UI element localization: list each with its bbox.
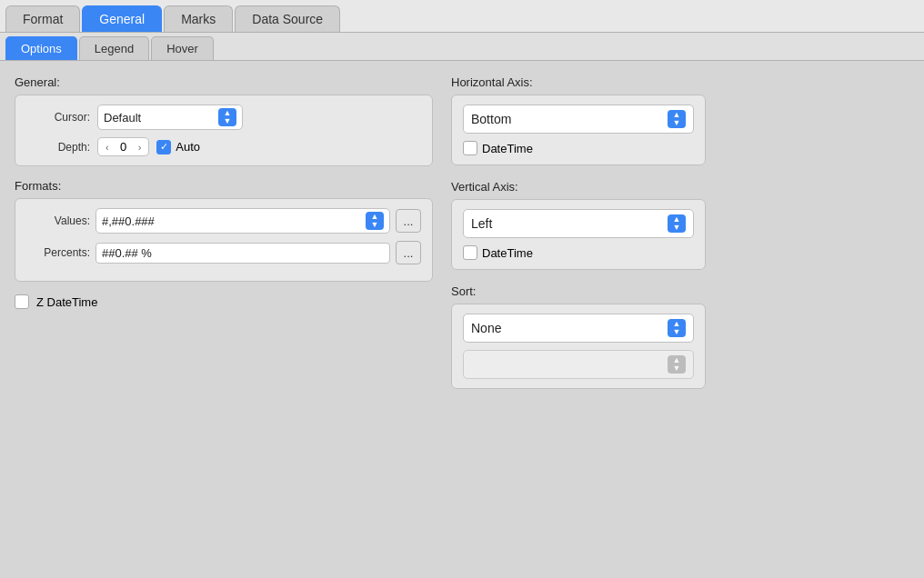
sort-box: None ▲ ▼ ▲ ▼ xyxy=(451,304,706,389)
auto-label: Auto xyxy=(176,140,200,154)
sort-sub-dropdown-arrow: ▲ ▼ xyxy=(668,355,686,374)
general-label: General: xyxy=(15,75,433,89)
vertical-datetime-container[interactable]: DateTime xyxy=(463,245,694,260)
sort-value: None xyxy=(471,321,664,335)
auto-checkbox-container[interactable]: Auto xyxy=(156,140,200,154)
vertical-axis-box: Left ▲ ▼ DateTime xyxy=(451,199,706,270)
horizontal-datetime-checkbox[interactable] xyxy=(463,141,477,155)
depth-value: 0 xyxy=(115,140,133,154)
main-content: General: Cursor: Default ▲ ▼ Depth: ‹ 0 xyxy=(0,61,924,559)
vertical-axis-section: Vertical Axis: Left ▲ ▼ DateTime xyxy=(451,180,706,270)
z-datetime-checkbox[interactable] xyxy=(15,294,29,309)
horizontal-dropdown-arrow: ▲ ▼ xyxy=(668,110,686,128)
percents-label: Percents: xyxy=(26,246,90,259)
depth-decrement[interactable]: ‹ xyxy=(104,142,111,153)
z-datetime-row: Z DateTime xyxy=(15,294,433,309)
sort-label: Sort: xyxy=(451,284,706,298)
vertical-axis-value: Left xyxy=(471,216,664,231)
formats-section: Values: #,##0.### ▲ ▼ ... Percents: ##0.… xyxy=(15,198,433,282)
tab-marks[interactable]: Marks xyxy=(164,5,233,32)
cursor-row: Cursor: Default ▲ ▼ xyxy=(26,105,421,130)
depth-increment[interactable]: › xyxy=(136,142,144,153)
percents-format-input[interactable]: ##0.## % xyxy=(95,243,390,264)
cursor-label: Cursor: xyxy=(26,111,90,124)
right-panel: Horizontal Axis: Bottom ▲ ▼ DateTime Ver… xyxy=(451,75,706,544)
vertical-dropdown-arrow: ▲ ▼ xyxy=(668,214,686,233)
percents-row: Percents: ##0.## % ... xyxy=(26,241,421,264)
z-datetime-label: Z DateTime xyxy=(36,295,97,309)
sort-sub-dropdown[interactable]: ▲ ▼ xyxy=(463,350,694,379)
general-section: Cursor: Default ▲ ▼ Depth: ‹ 0 › xyxy=(15,95,433,166)
tab-options[interactable]: Options xyxy=(5,36,77,60)
horizontal-axis-label: Horizontal Axis: xyxy=(451,75,706,89)
vertical-axis-label: Vertical Axis: xyxy=(451,180,706,194)
values-format-dropdown[interactable]: #,##0.### ▲ ▼ xyxy=(95,208,390,234)
values-ellipsis-btn[interactable]: ... xyxy=(396,209,421,233)
tab-general[interactable]: General xyxy=(82,5,162,32)
percents-ellipsis-btn[interactable]: ... xyxy=(396,241,421,264)
sort-dropdown[interactable]: None ▲ ▼ xyxy=(463,314,694,343)
horizontal-axis-box: Bottom ▲ ▼ DateTime xyxy=(451,95,706,165)
cursor-dropdown-arrow: ▲ ▼ xyxy=(218,108,236,126)
values-format: #,##0.### xyxy=(102,214,362,228)
values-dropdown-arrow: ▲ ▼ xyxy=(366,212,384,230)
cursor-dropdown[interactable]: Default ▲ ▼ xyxy=(97,105,243,130)
depth-row: Depth: ‹ 0 › Auto xyxy=(26,137,421,156)
sort-dropdown-arrow: ▲ ▼ xyxy=(668,319,686,337)
vertical-datetime-label: DateTime xyxy=(482,246,533,260)
horizontal-axis-dropdown[interactable]: Bottom ▲ ▼ xyxy=(463,105,694,134)
sort-section: Sort: None ▲ ▼ ▲ ▼ xyxy=(451,284,706,389)
depth-stepper[interactable]: ‹ 0 › xyxy=(97,137,149,156)
values-row: Values: #,##0.### ▲ ▼ ... xyxy=(26,208,421,234)
horizontal-datetime-container[interactable]: DateTime xyxy=(463,141,694,155)
tab-data-source[interactable]: Data Source xyxy=(235,5,340,32)
vertical-datetime-checkbox[interactable] xyxy=(463,245,477,260)
horizontal-datetime-label: DateTime xyxy=(482,142,533,155)
auto-checkbox[interactable] xyxy=(156,140,171,154)
formats-label: Formats: xyxy=(15,179,433,193)
top-tab-bar: Format General Marks Data Source xyxy=(0,0,924,33)
cursor-value: Default xyxy=(104,111,215,125)
depth-label: Depth: xyxy=(26,141,90,154)
values-label: Values: xyxy=(26,214,90,227)
tab-format[interactable]: Format xyxy=(5,5,80,32)
tab-hover[interactable]: Hover xyxy=(151,36,214,60)
sub-tab-bar: Options Legend Hover xyxy=(0,33,924,61)
horizontal-axis-section: Horizontal Axis: Bottom ▲ ▼ DateTime xyxy=(451,75,706,165)
vertical-axis-dropdown[interactable]: Left ▲ ▼ xyxy=(463,209,694,238)
horizontal-axis-value: Bottom xyxy=(471,112,664,126)
tab-legend[interactable]: Legend xyxy=(79,36,149,60)
left-panel: General: Cursor: Default ▲ ▼ Depth: ‹ 0 xyxy=(15,75,433,544)
